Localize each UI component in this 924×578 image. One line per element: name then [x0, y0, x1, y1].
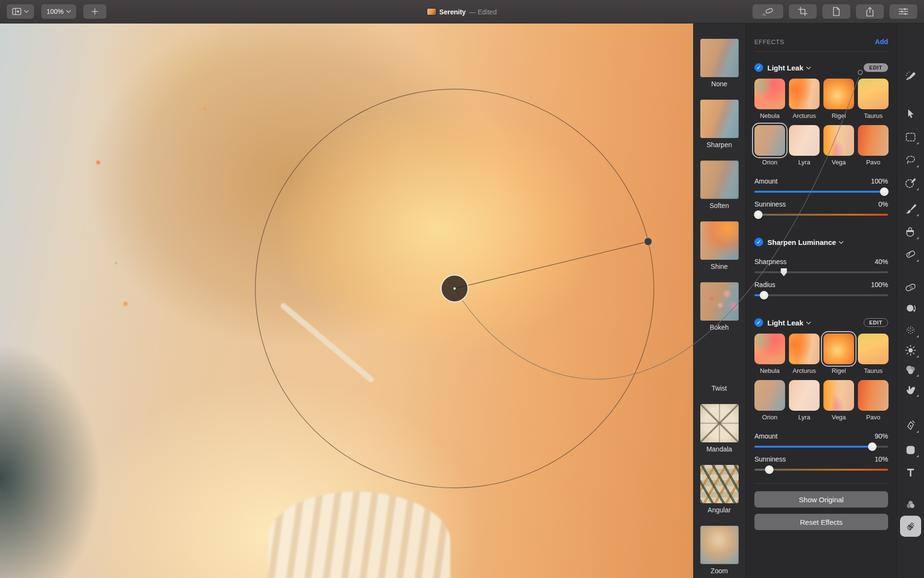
lasso-icon — [905, 155, 916, 165]
strip-thumb-twist[interactable] — [700, 343, 739, 381]
amount-slider-thumb[interactable] — [880, 187, 889, 196]
preset-lyra[interactable]: Lyra — [789, 380, 820, 421]
bandage-icon — [904, 282, 917, 293]
tool-repair[interactable] — [902, 279, 919, 296]
tool-light[interactable] — [902, 342, 919, 359]
preset-vega[interactable]: Vega — [823, 380, 854, 421]
titlebar: 100% Serenity — Edited — [0, 0, 924, 23]
strip-item-angular[interactable]: Angular — [693, 465, 745, 514]
chevron-down-icon[interactable] — [806, 322, 811, 324]
strip-thumb-angular[interactable] — [700, 465, 739, 503]
preset-arcturus[interactable]: Arcturus — [789, 79, 820, 119]
preset-rigel-selected[interactable]: Rigel — [823, 334, 854, 374]
chevron-down-icon[interactable] — [806, 67, 811, 69]
preset-nebula[interactable]: Nebula — [754, 334, 785, 374]
sharpness-slider-thumb[interactable] — [780, 268, 787, 277]
section-title[interactable]: Light Leak — [767, 64, 803, 72]
section-title[interactable]: Sharpen Luminance — [767, 238, 836, 246]
effects-panel-title: EFFECTS — [754, 38, 784, 46]
add-effect-link[interactable]: Add — [875, 38, 888, 46]
retouch-tool-button[interactable] — [753, 4, 783, 19]
tool-paint-brush[interactable] — [902, 200, 919, 218]
edit-button[interactable]: EDIT — [864, 318, 888, 327]
preset-lyra[interactable]: Lyra — [789, 125, 820, 166]
tool-eraser[interactable] — [902, 246, 919, 263]
preset-taurus[interactable]: Taurus — [858, 334, 889, 374]
zoom-level-button[interactable]: 100% — [41, 4, 76, 19]
tool-effects-active[interactable] — [900, 516, 921, 537]
tool-clone[interactable] — [902, 300, 919, 317]
strip-item-twist[interactable]: Twist — [693, 343, 745, 392]
strip-item-soften[interactable]: Soften — [693, 161, 745, 209]
preset-vega[interactable]: Vega — [823, 125, 854, 166]
edit-button[interactable]: EDIT — [864, 63, 888, 72]
sunniness-slider-thumb[interactable] — [754, 210, 763, 219]
new-document-button[interactable] — [822, 4, 850, 19]
radius-slider-thumb[interactable] — [760, 291, 768, 300]
effect-enabled-checkbox[interactable]: ✓ — [754, 63, 763, 72]
radius-slider-track[interactable] — [754, 294, 888, 296]
preset-pavo[interactable]: Pavo — [858, 380, 889, 421]
tool-shape[interactable] — [902, 441, 919, 459]
amount-slider-track[interactable] — [754, 446, 888, 448]
sunniness-value: 10% — [875, 455, 888, 463]
preset-nebula[interactable]: Nebula — [754, 79, 785, 119]
adjustments-button[interactable] — [890, 4, 917, 19]
reset-effects-button[interactable]: Reset Effects — [754, 514, 888, 530]
preset-orion[interactable]: Orion — [754, 380, 785, 421]
strip-thumb-bokeh[interactable] — [700, 282, 739, 321]
strip-item-bokeh[interactable]: Bokeh — [693, 282, 745, 331]
crop-tool-button[interactable] — [789, 4, 817, 19]
strip-thumb-soften[interactable] — [700, 161, 739, 199]
tool-style-brush[interactable] — [902, 68, 919, 85]
preset-arcturus[interactable]: Arcturus — [789, 334, 820, 374]
canvas[interactable] — [0, 23, 693, 578]
strip-label: Soften — [693, 202, 745, 209]
sunniness-slider-thumb[interactable] — [765, 465, 774, 474]
tool-fill-bucket[interactable] — [902, 223, 919, 241]
strip-item-shine[interactable]: Shine — [693, 221, 745, 270]
share-button[interactable] — [856, 4, 884, 19]
view-options-button[interactable] — [7, 4, 34, 19]
preset-pavo[interactable]: Pavo — [858, 125, 889, 166]
strip-thumb-shine[interactable] — [700, 221, 739, 260]
show-original-button[interactable]: Show Original — [754, 491, 888, 508]
strip-thumb-mandala[interactable] — [700, 404, 739, 442]
strip-item-mandala[interactable]: Mandala — [693, 404, 745, 453]
chevron-down-icon — [66, 10, 71, 13]
sunniness-slider-track[interactable] — [754, 469, 888, 471]
chevron-down-icon[interactable] — [839, 241, 844, 244]
tool-quick-select[interactable] — [902, 174, 919, 192]
add-button[interactable] — [83, 4, 106, 19]
tool-type[interactable] — [902, 464, 919, 481]
strip-thumb-zoom[interactable] — [700, 526, 739, 564]
sunniness-slider-track[interactable] — [754, 214, 888, 216]
tool-free-select[interactable] — [902, 151, 919, 169]
strip-thumb-sharpen[interactable] — [700, 100, 739, 138]
section-light-leak-1-header: ✓ Light Leak EDIT — [754, 63, 888, 72]
preset-rigel[interactable]: Rigel — [823, 79, 854, 119]
tool-sponge[interactable] — [902, 361, 919, 378]
strip-item-none[interactable]: None — [693, 39, 745, 88]
chevron-down-icon — [24, 10, 29, 13]
effect-enabled-checkbox[interactable]: ✓ — [754, 318, 763, 327]
strip-thumb-none[interactable] — [700, 39, 739, 77]
eraser-icon — [905, 249, 916, 260]
tool-color-swatches[interactable] — [902, 496, 919, 513]
tool-rect-select[interactable] — [902, 128, 919, 146]
tool-warp[interactable] — [902, 381, 919, 398]
preset-taurus[interactable]: Taurus — [858, 79, 889, 119]
section-title[interactable]: Light Leak — [767, 319, 803, 327]
amount-slider-track[interactable] — [754, 191, 888, 193]
preset-orion-selected[interactable]: Orion — [754, 125, 785, 166]
tool-pen[interactable] — [902, 417, 919, 434]
share-icon — [866, 7, 874, 17]
tool-arrange[interactable] — [902, 105, 919, 122]
tool-grain[interactable] — [902, 322, 919, 339]
amount-slider-thumb[interactable] — [868, 442, 877, 451]
plus-icon — [91, 8, 98, 15]
strip-item-zoom[interactable]: Zoom — [693, 526, 745, 575]
effect-enabled-checkbox[interactable]: ✓ — [754, 238, 763, 246]
strip-item-sharpen[interactable]: Sharpen — [693, 100, 745, 149]
sharpness-slider-track[interactable] — [754, 271, 888, 273]
